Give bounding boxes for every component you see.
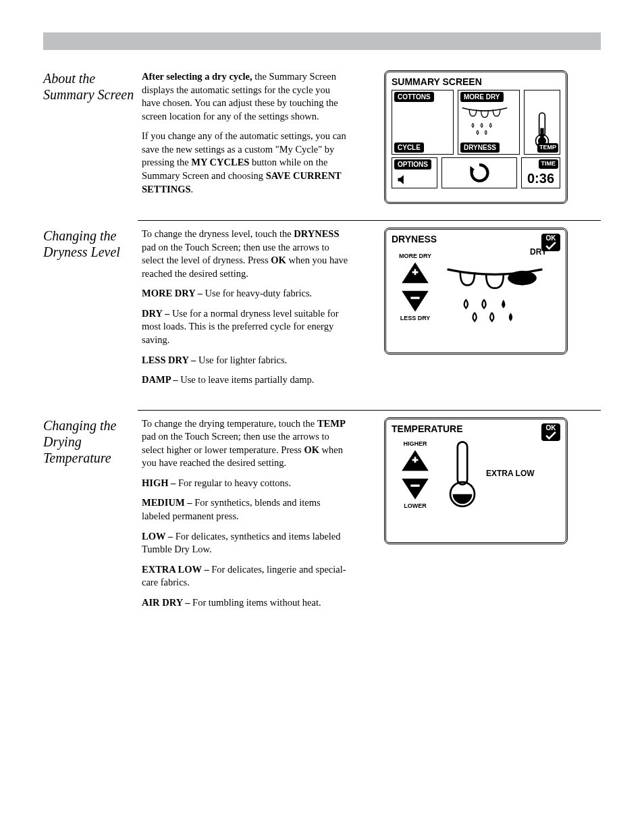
speaker-icon xyxy=(396,173,410,186)
panel-title: TEMPERATURE xyxy=(392,423,560,434)
summary-cycle-box[interactable]: COTTONS CYCLE xyxy=(392,90,454,155)
arrow-down-icon[interactable] xyxy=(400,288,430,313)
less-dry-desc: LESS DRY – Use for lighter fabrics. xyxy=(142,354,351,367)
temp-pill: TEMP xyxy=(537,143,558,153)
high-desc: HIGH – For regular to heavy cottons. xyxy=(142,477,351,490)
options-pill: OPTIONS xyxy=(394,159,431,170)
section-summary: About the Summary Screen After selecting… xyxy=(43,70,601,204)
header-bar xyxy=(43,32,601,50)
arrow-down-icon[interactable] xyxy=(400,475,430,501)
divider xyxy=(138,410,601,411)
panel-title: SUMMARY SCREEN xyxy=(392,76,560,87)
summary-screen-panel: SUMMARY SCREEN COTTONS CYCLE MORE DRY xyxy=(384,70,568,204)
svg-point-7 xyxy=(508,271,537,285)
svg-rect-6 xyxy=(410,297,419,299)
more-dry-desc: MORE DRY – Use for heavy-duty fabrics. xyxy=(142,287,351,301)
more-dry-label: MORE DRY xyxy=(399,253,431,259)
ok-button[interactable]: OK xyxy=(541,423,560,441)
temperature-screen-panel: TEMPERATURE OK HIGHER xyxy=(384,417,568,544)
summary-dryness-box[interactable]: MORE DRY xyxy=(458,90,520,155)
section-title: Changing the Drying Temperature xyxy=(43,417,142,617)
low-desc: LOW – For delicates, synthetics and item… xyxy=(142,530,351,556)
lower-label: LOWER xyxy=(404,502,427,509)
svg-rect-9 xyxy=(414,457,417,463)
time-value: 0:36 xyxy=(522,169,560,188)
dryness-pill: DRYNESS xyxy=(460,142,500,153)
ok-button[interactable]: OK xyxy=(541,234,560,251)
temp-p1: To change the drying temperature, touch … xyxy=(142,417,351,470)
temperature-value: EXTRA LOW xyxy=(486,469,535,478)
summary-p1: After selecting a dry cycle, the Summary… xyxy=(142,70,351,123)
divider xyxy=(138,220,601,221)
summary-p1-lead: After selecting a dry cycle, xyxy=(142,71,252,82)
rotate-icon xyxy=(468,161,491,184)
dry-desc: DRY – Use for a normal dryness level sui… xyxy=(142,307,351,347)
clothesline-large-icon xyxy=(444,259,545,324)
cycle-pill: CYCLE xyxy=(394,142,424,153)
check-icon xyxy=(545,242,557,250)
dryness-value: DRY xyxy=(444,247,547,257)
section-dryness: Changing the Dryness Level To change the… xyxy=(43,228,601,394)
damp-desc: DAMP – Use to leave items partially damp… xyxy=(142,373,351,387)
section-title: Changing the Dryness Level xyxy=(43,228,142,394)
less-dry-label: LESS DRY xyxy=(400,315,431,321)
dryness-p1: To change the dryness level, touch the D… xyxy=(142,228,351,280)
arrow-up-icon[interactable] xyxy=(400,448,430,474)
summary-temp-box[interactable]: TEMP xyxy=(524,90,560,155)
arrow-up-icon[interactable] xyxy=(400,261,430,286)
medium-desc: MEDIUM – For synthetics, blends and item… xyxy=(142,496,351,523)
panel-title: DRYNESS xyxy=(392,234,560,244)
dryness-screen-panel: DRYNESS OK MORE DRY xyxy=(384,228,568,355)
thermometer-large-icon xyxy=(444,437,481,513)
more-dry-pill: MORE DRY xyxy=(460,92,504,102)
svg-rect-5 xyxy=(414,269,417,275)
section-temperature: Changing the Drying Temperature To chang… xyxy=(43,417,601,617)
extra-low-desc: EXTRA LOW – For delicates, lingerie and … xyxy=(142,563,351,590)
air-dry-desc: AIR DRY – For tumbling items without hea… xyxy=(142,596,351,610)
summary-options-box[interactable]: OPTIONS xyxy=(392,157,437,188)
summary-p2: If you change any of the automatic setti… xyxy=(142,130,351,196)
higher-label: HIGHER xyxy=(403,440,427,447)
clothesline-icon xyxy=(461,103,508,139)
cottons-pill: COTTONS xyxy=(394,92,434,102)
section-title: About the Summary Screen xyxy=(43,70,142,204)
time-pill: TIME xyxy=(539,159,559,169)
check-icon xyxy=(545,432,557,440)
svg-rect-10 xyxy=(410,484,419,486)
svg-rect-11 xyxy=(458,442,467,484)
svg-rect-3 xyxy=(540,128,543,139)
summary-time-box[interactable]: TIME 0:36 xyxy=(521,157,560,188)
summary-rotate-box[interactable] xyxy=(441,157,517,188)
